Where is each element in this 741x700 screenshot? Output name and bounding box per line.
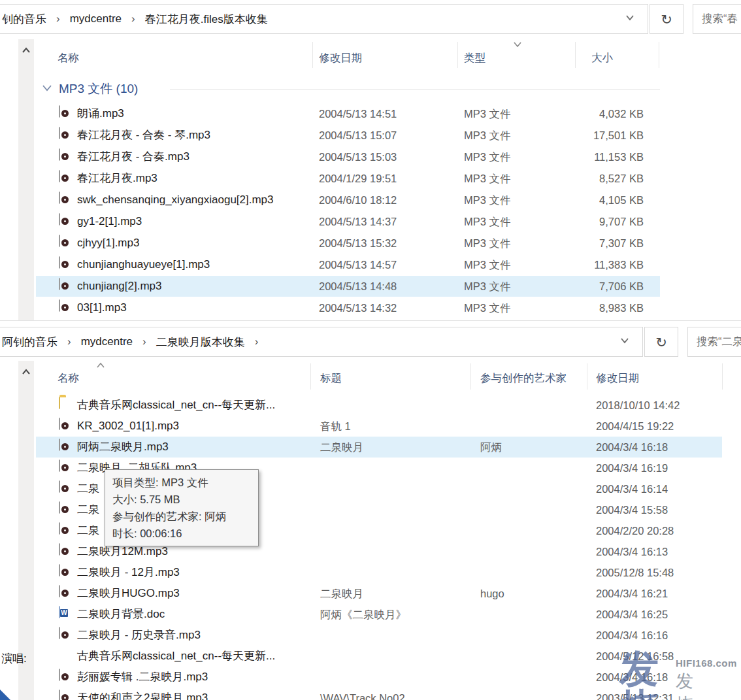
file-name: chunjiang[2].mp3 (77, 276, 161, 297)
scroll-up-icon[interactable] (22, 47, 31, 54)
file-type: MP3 文件 (464, 297, 511, 318)
file-row[interactable]: 二泉映月HUGO.mp3二泉映月hugo2004/3/4 16:21 (36, 583, 722, 604)
file-date: 2004/3/4 16:21 (596, 583, 668, 604)
address-bar[interactable]: 阿钊的音乐›mydcentre›二泉映月版本收集› (0, 327, 643, 357)
doc-icon (59, 606, 60, 618)
mp3-file-icon (59, 300, 60, 312)
column-header-date[interactable]: 修改日期 (596, 371, 639, 386)
tooltip-line: 参与创作的艺术家: 阿炳 (112, 508, 251, 525)
watermark-site: HIFI168.com (676, 658, 737, 669)
file-row[interactable]: 二泉映月 - 12月.mp32005/12/8 15:48 (36, 562, 722, 583)
breadcrumb-item[interactable]: mydcentre (81, 335, 133, 348)
mp3-icon (59, 522, 60, 535)
file-row[interactable]: 03[1].mp32004/5/13 14:32MP3 文件8,983 KB (36, 297, 660, 318)
file-date: 2004/5/13 14:48 (319, 276, 397, 297)
file-row[interactable]: 朗诵.mp32004/5/13 14:51MP3 文件4,032 KB (36, 103, 660, 124)
file-row[interactable]: 春江花月夜 - 合奏.mp32004/5/13 15:03MP3 文件11,15… (36, 146, 660, 167)
chevron-down-icon[interactable] (620, 337, 629, 344)
breadcrumb: 阿钊的音乐›mydcentre›二泉映月版本收集› (0, 335, 268, 350)
mp3-icon (59, 669, 60, 681)
breadcrumb-item[interactable]: 春江花月夜.files版本收集 (145, 12, 268, 27)
mp3-file-icon (59, 690, 60, 700)
column-header-date[interactable]: 修改日期 (319, 51, 362, 65)
column-header-size[interactable]: 大小 (591, 51, 613, 65)
file-row[interactable]: swk_chensanqing_xiyangxiaogu[2].mp32004/… (36, 190, 660, 210)
column-header-artist[interactable]: 参与创作的艺术家 (480, 371, 567, 386)
file-title: \WAV\Track No02 (320, 688, 405, 700)
file-row[interactable]: cjhyy[1].mp32004/5/13 15:32MP3 文件7,307 K… (36, 233, 660, 254)
sort-indicator-icon (514, 42, 521, 47)
file-row[interactable]: 二泉映月 - 历史录音.mp32004/3/4 16:16 (36, 625, 722, 646)
file-date: 2004/6/10 18:12 (319, 190, 397, 210)
file-name: 二泉映月背景.doc (77, 604, 165, 625)
column-header-type[interactable]: 类型 (464, 51, 486, 65)
file-date: 2004/3/4 16:18 (596, 437, 668, 458)
column-header-title[interactable]: 标题 (320, 371, 342, 386)
scroll-up-icon[interactable] (22, 369, 31, 375)
mp3-icon (59, 627, 60, 639)
file-row[interactable]: 春江花月夜 - 合奏 - 琴.mp32004/5/13 15:07MP3 文件1… (36, 125, 660, 146)
file-title: 二泉映月 (320, 583, 363, 604)
column-header-name[interactable]: 名称 (58, 371, 79, 386)
file-row[interactable]: chunjiang[2].mp32004/5/13 14:48MP3 文件7,7… (36, 276, 660, 297)
file-row[interactable]: gy1-2[1].mp32004/5/13 14:37MP3 文件9,707 K… (36, 211, 660, 232)
file-row[interactable]: 阿炳二泉映月.mp3二泉映月阿炳2004/3/4 16:18 (36, 437, 722, 458)
breadcrumb-item[interactable]: mydcentre (70, 12, 122, 25)
file-row[interactable]: 春江花月夜.mp32004/1/29 19:51MP3 文件8,527 KB (36, 168, 660, 189)
file-size: 8,527 KB (575, 168, 644, 189)
address-bar[interactable]: 钊的音乐›mydcentre›春江花月夜.files版本收集 (0, 4, 648, 34)
file-size: 7,307 KB (575, 233, 644, 254)
file-type: MP3 文件 (464, 233, 511, 254)
file-name: KR_3002_01[1].mp3 (77, 416, 179, 437)
refresh-button[interactable]: ↻ (644, 327, 678, 357)
file-name: 古典音乐网classical_net_cn--每天更新... (77, 646, 275, 667)
mp3-file-icon (59, 627, 60, 639)
breadcrumb-separator-icon: › (56, 12, 60, 25)
mp3-icon (59, 127, 60, 139)
group-collapse-icon[interactable] (42, 84, 52, 92)
breadcrumb-item[interactable]: 钊的音乐 (2, 12, 46, 27)
file-date: 2004/5/13 15:03 (319, 146, 397, 167)
search-input[interactable]: 搜索“二泉 (687, 327, 741, 357)
file-name: 彭丽媛专辑 .二泉映月.mp3 (77, 667, 208, 688)
breadcrumb-item[interactable]: 二泉映月版本收集 (156, 335, 245, 350)
chevron-down-icon[interactable] (625, 14, 634, 21)
file-date: 2004/5/13 14:32 (319, 297, 397, 318)
search-input[interactable]: 搜索“春 (693, 4, 741, 34)
vertical-scrollbar[interactable] (18, 361, 34, 700)
mp3-icon (59, 256, 60, 269)
vertical-scrollbar[interactable] (18, 39, 34, 320)
file-size: 9,707 KB (575, 211, 644, 232)
file-type: MP3 文件 (464, 125, 511, 146)
refresh-button[interactable]: ↻ (650, 4, 683, 34)
file-date: 2004/5/13 15:32 (319, 233, 397, 254)
file-name: 二泉映月HUGO.mp3 (77, 583, 180, 604)
sort-indicator-icon (97, 363, 105, 368)
mp3-file-icon (59, 439, 60, 451)
file-row[interactable]: 二泉映月背景.doc阿炳《二泉映月》2004/3/4 16:25 (36, 604, 722, 625)
mp3-icon (59, 105, 60, 118)
watermark-name: 发烧网 (676, 669, 695, 700)
file-date: 2005/12/8 15:48 (596, 562, 674, 583)
mp3-file-icon (59, 502, 60, 514)
breadcrumb: 钊的音乐›mydcentre›春江花月夜.files版本收集 (0, 12, 268, 27)
file-name: 03[1].mp3 (77, 297, 127, 318)
file-row[interactable]: KR_3002_01[1].mp3音轨 12004/4/15 19:22 (36, 416, 722, 437)
breadcrumb-separator-icon: › (67, 335, 71, 348)
column-header-name[interactable]: 名称 (58, 51, 79, 65)
mp3-icon (59, 501, 60, 514)
group-divider (170, 89, 660, 90)
search-text: 搜索“二泉 (697, 335, 741, 349)
file-size: 11,383 KB (575, 254, 644, 275)
file-date: 2018/10/10 14:42 (596, 395, 680, 416)
breadcrumb-item[interactable]: 阿钊的音乐 (2, 335, 58, 350)
mp3-file-icon (59, 669, 60, 681)
file-size: 17,501 KB (575, 125, 644, 146)
mp3-icon (59, 170, 60, 182)
mp3-file-icon (59, 586, 60, 597)
file-row[interactable]: 古典音乐网classical_net_cn--每天更新...2018/10/10… (36, 395, 722, 416)
file-row[interactable]: chunjianghuayueye[1].mp32004/5/13 14:57M… (36, 254, 660, 275)
mp3-file-icon (59, 278, 60, 290)
group-header[interactable]: MP3 文件 (10) (59, 80, 138, 97)
file-name: 二泉 (77, 520, 99, 541)
